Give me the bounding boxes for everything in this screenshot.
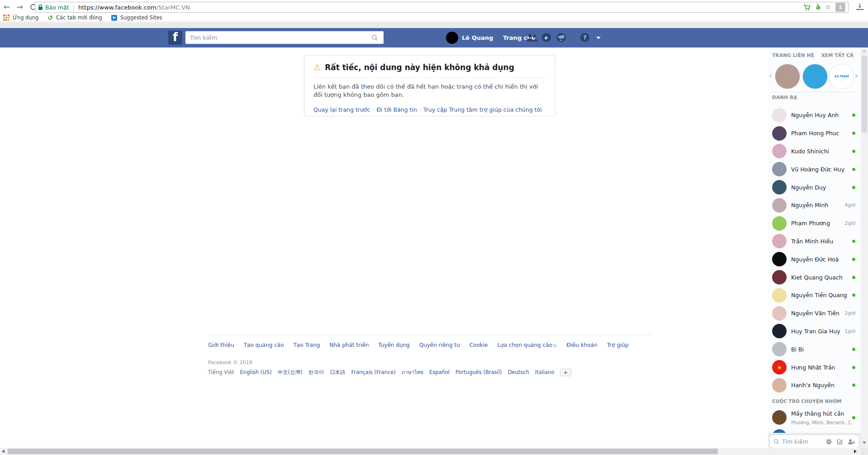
contact-row[interactable]: Huy Tran Gia Huy 1giờ (768, 322, 861, 341)
chevron-down-icon[interactable] (596, 37, 601, 39)
bookmark-recently-closed[interactable]: ↺ Các tab mới đóng (47, 14, 102, 21)
apps-grid-icon (3, 14, 9, 21)
back-icon[interactable]: ← (4, 1, 10, 12)
contact-row[interactable]: Pham Hong Phuc (768, 124, 861, 142)
facebook-navbar: f Lê Quang Trang chủ ? (0, 28, 868, 47)
contact-name: Trần Minh Hiếu (791, 238, 852, 245)
translate-extension-icon[interactable]: à (816, 3, 820, 11)
navbar-search[interactable] (185, 31, 384, 44)
footer-link-adchoices[interactable]: Lựa chọn quảng cáo▷ (497, 342, 557, 348)
profile-avatar[interactable] (446, 32, 458, 44)
footer-link[interactable]: Giới thiệu (208, 342, 234, 348)
contact-name: Huy Tran Gia Huy (791, 328, 844, 335)
navbar-search-input[interactable] (185, 34, 371, 41)
language-link[interactable]: 中文(台灣) (277, 369, 302, 376)
language-link[interactable]: ภาษาไทย (402, 368, 423, 376)
content-unavailable-card: ⚠ Rất tiếc, nội dung này hiện không khả … (304, 55, 555, 116)
contact-name: Nguyễn Huy Anh (791, 112, 852, 118)
footer-link[interactable]: Điều khoản (566, 342, 597, 348)
footer-link[interactable]: Cookie (470, 342, 488, 348)
settings-gear-icon[interactable] (825, 438, 832, 445)
language-link[interactable]: English (US) (240, 369, 272, 375)
link-separator: · (372, 106, 374, 113)
go-back-link[interactable]: Quay lại trang trước (313, 106, 370, 113)
bookmark-apps[interactable]: Ứng dụng (3, 14, 38, 21)
contact-row[interactable]: Kudo Shinichi (768, 142, 861, 161)
help-center-link[interactable]: Truy cập Trung tâm trợ giúp của chúng tô… (423, 106, 542, 113)
contact-row[interactable]: Bi Bi (768, 340, 861, 358)
footer-link[interactable]: Tuyển dụng (378, 342, 409, 348)
see-all-link[interactable]: XEM TẤT CẢ (821, 52, 854, 58)
page-avatar[interactable] (775, 64, 800, 89)
bookmark-suggested-sites[interactable]: Suggested Sites (111, 14, 162, 21)
contact-row[interactable]: Kiet Quang Quach (768, 268, 861, 286)
chat-search-bar[interactable] (770, 435, 859, 448)
forward-icon[interactable]: → (16, 1, 23, 12)
go-newsfeed-link[interactable]: Đi tới Bảng tin (376, 106, 417, 113)
cart-extension-icon[interactable] (803, 4, 811, 11)
messenger-icon[interactable] (541, 33, 551, 43)
scroll-up-icon[interactable] (863, 50, 866, 52)
contact-row[interactable]: ★ Hưng Nhật Trần (768, 358, 861, 376)
contact-row[interactable]: Hạnh'x Nguyễn (768, 376, 861, 394)
footer-link[interactable]: Nhà phát triển (329, 342, 369, 348)
language-link[interactable]: Español (429, 369, 450, 375)
contact-row[interactable]: Phạm Phương 2giờ (768, 214, 861, 232)
horizontal-scrollbar[interactable] (0, 448, 861, 455)
last-active-time: 1giờ (844, 328, 855, 334)
contact-row[interactable]: Vũ Hoàng Đức Huy (768, 160, 861, 178)
downloads-icon[interactable]: ↓ (856, 3, 863, 10)
screen: ← → Bảo mật | https://www.facebook.com/S… (0, 0, 868, 455)
link-separator: · (419, 106, 421, 113)
download-extension-button[interactable]: ↓ (835, 3, 845, 12)
footer-link[interactable]: Tạo Trang (294, 342, 320, 348)
friend-requests-icon[interactable] (526, 33, 538, 43)
page-avatar[interactable] (802, 64, 828, 89)
footer-link[interactable]: Tạo quảng cáo (244, 342, 284, 348)
facebook-logo[interactable]: f (168, 31, 182, 45)
help-icon[interactable]: ? (580, 33, 590, 43)
footer-link[interactable]: Quyền riêng tư (419, 342, 460, 348)
scrollbar-thumb[interactable] (8, 449, 718, 454)
contact-name: Nguyễn Đức Hoà (791, 256, 852, 263)
contact-row[interactable]: Nguyễn Huy Anh (768, 106, 861, 124)
contact-row[interactable]: Nguyễn Duy (768, 178, 861, 196)
footer-link[interactable]: Trợ giúp (607, 342, 629, 348)
contact-row[interactable]: Nguyễn Đức Hoà (768, 250, 861, 268)
scroll-left-icon[interactable] (2, 450, 5, 453)
chevron-left-icon[interactable]: ‹ (768, 71, 773, 81)
profile-name[interactable]: Lê Quang (462, 28, 493, 47)
notifications-globe-icon[interactable] (556, 33, 566, 43)
scroll-right-icon[interactable] (854, 450, 857, 453)
contact-name: Pham Hong Phuc (791, 130, 852, 137)
last-active-time: 4giờ (844, 202, 855, 208)
contact-name: Nguyễn Minh (791, 202, 844, 209)
online-dot (852, 384, 855, 387)
chevron-right-icon[interactable]: › (854, 71, 859, 81)
language-link[interactable]: 日本語 (330, 369, 346, 376)
language-link[interactable]: Português (Brasil) (455, 369, 502, 375)
search-icon[interactable] (371, 34, 378, 41)
add-language-button[interactable]: + (560, 369, 571, 376)
language-link[interactable]: Français (France) (351, 369, 395, 375)
add-people-icon[interactable] (847, 438, 855, 445)
contact-row[interactable]: Nguyễn Văn Tiến 2giờ (768, 304, 861, 322)
contact-row[interactable]: Nguyễn Minh 4giờ (768, 196, 861, 214)
chat-search-input[interactable] (782, 438, 817, 445)
language-link[interactable]: Italiano (535, 369, 555, 375)
language-link[interactable]: Deutsch (508, 369, 529, 375)
page-avatar[interactable]: XS-TEAM (829, 64, 854, 89)
address-bar[interactable]: Bảo mật | https://www.facebook.com/StarM… (35, 2, 849, 13)
error-title: Rất tiếc, nội dung này hiện không khả dụ… (325, 63, 514, 72)
group-name: Mấy thằng hút cần (791, 410, 844, 417)
scrollbar-thumb[interactable] (862, 56, 867, 133)
bookmark-star-icon[interactable]: ☆ (825, 3, 831, 11)
contact-row[interactable]: Nguyễn Tiến Quang (768, 286, 861, 304)
contact-row[interactable]: Trần Minh Hiếu (768, 232, 861, 251)
group-chat-row[interactable]: Mấy thằng hút cần Phương, Minh, Berserk,… (768, 408, 861, 427)
scroll-down-icon[interactable] (863, 441, 866, 444)
language-link[interactable]: 한국어 (308, 369, 324, 376)
online-dot (852, 168, 855, 171)
new-message-icon[interactable] (836, 438, 843, 445)
sidebar-scrollbar[interactable] (861, 47, 868, 448)
